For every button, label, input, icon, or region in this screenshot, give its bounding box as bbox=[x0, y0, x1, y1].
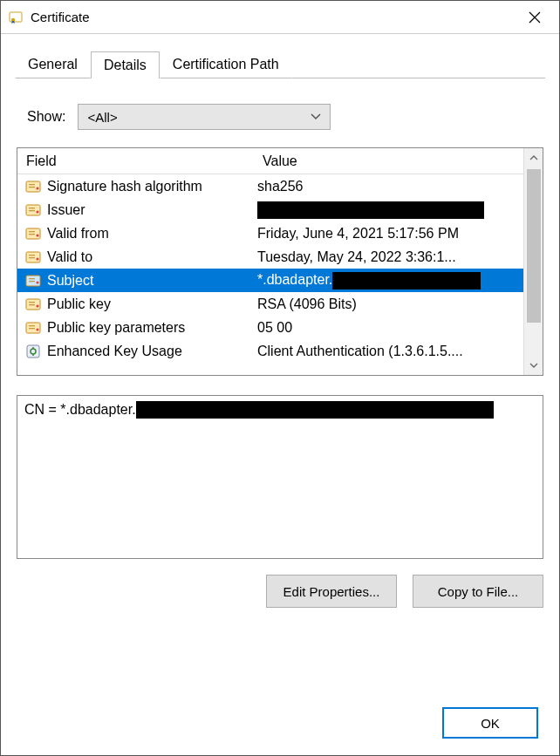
close-icon bbox=[529, 11, 541, 24]
scrollbar-thumb[interactable] bbox=[527, 169, 541, 323]
tab-certification-path[interactable]: Certification Path bbox=[160, 51, 292, 78]
dialog-footer: OK bbox=[1, 699, 559, 755]
certificate-icon bbox=[8, 10, 24, 25]
svg-point-17 bbox=[36, 257, 38, 260]
window-title: Certificate bbox=[31, 10, 517, 24]
show-filter-row: Show: <All> bbox=[27, 104, 533, 130]
titlebar: Certificate bbox=[1, 1, 559, 34]
field-detail-textbox[interactable]: CN = *.dbadapter. bbox=[17, 395, 543, 559]
svg-point-21 bbox=[36, 281, 38, 283]
redacted-block bbox=[332, 272, 481, 289]
row-value: *.dbadapter. bbox=[257, 272, 523, 289]
svg-rect-8 bbox=[29, 210, 35, 211]
svg-rect-7 bbox=[29, 208, 35, 208]
svg-rect-12 bbox=[29, 234, 35, 235]
cert-field-icon bbox=[24, 319, 42, 337]
header-value[interactable]: Value bbox=[257, 153, 523, 169]
svg-rect-16 bbox=[29, 257, 35, 258]
svg-rect-20 bbox=[29, 281, 35, 282]
scroll-down-button[interactable] bbox=[524, 356, 543, 375]
cert-field-icon bbox=[24, 201, 42, 219]
header-field[interactable]: Field bbox=[17, 153, 257, 169]
row-value: Client Authentication (1.3.6.1.5.... bbox=[257, 344, 523, 359]
svg-rect-19 bbox=[29, 278, 35, 279]
tab-details[interactable]: Details bbox=[91, 51, 160, 78]
list-header: Field Value bbox=[17, 148, 523, 174]
row-value: Friday, June 4, 2021 5:17:56 PM bbox=[257, 226, 523, 242]
list-rows: Signature hash algorithmsha256IssuerVali… bbox=[17, 174, 523, 363]
svg-rect-3 bbox=[29, 184, 35, 185]
list-row[interactable]: Public key parameters05 00 bbox=[17, 316, 523, 339]
row-field: Valid to bbox=[47, 249, 257, 265]
redacted-block bbox=[257, 201, 484, 219]
list-row[interactable]: Valid fromFriday, June 4, 2021 5:17:56 P… bbox=[17, 221, 523, 245]
fields-list: Field Value Signature hash algorithmsha2… bbox=[17, 147, 543, 376]
svg-point-13 bbox=[36, 234, 38, 236]
show-label: Show: bbox=[27, 109, 65, 125]
row-value: RSA (4096 Bits) bbox=[257, 296, 523, 312]
row-field: Valid from bbox=[47, 226, 257, 242]
svg-rect-28 bbox=[29, 328, 35, 329]
row-field: Public key bbox=[47, 296, 257, 312]
redacted-block bbox=[136, 401, 494, 419]
fields-list-viewport: Field Value Signature hash algorithmsha2… bbox=[17, 148, 523, 375]
tab-strip: General Details Certification Path bbox=[1, 34, 559, 78]
ok-button[interactable]: OK bbox=[442, 707, 538, 739]
svg-rect-15 bbox=[29, 255, 35, 255]
cert-field-icon bbox=[24, 296, 42, 313]
list-row[interactable]: Issuer bbox=[17, 198, 523, 221]
row-value bbox=[257, 201, 523, 219]
vertical-scrollbar[interactable] bbox=[523, 148, 543, 375]
detail-line: CN = *.dbadapter. bbox=[24, 401, 536, 419]
row-value: 05 00 bbox=[257, 320, 523, 336]
show-dropdown[interactable]: <All> bbox=[78, 104, 331, 130]
tab-content: Show: <All> Field Value Signature hash a… bbox=[1, 78, 559, 699]
svg-point-9 bbox=[36, 210, 38, 213]
row-value: sha256 bbox=[257, 179, 523, 194]
list-row[interactable]: Signature hash algorithmsha256 bbox=[17, 174, 523, 198]
cert-field-icon bbox=[24, 178, 42, 195]
svg-rect-23 bbox=[29, 302, 35, 303]
row-field: Enhanced Key Usage bbox=[47, 344, 257, 359]
list-row[interactable]: Public keyRSA (4096 Bits) bbox=[17, 292, 523, 316]
svg-rect-27 bbox=[29, 325, 35, 326]
svg-rect-24 bbox=[29, 304, 35, 305]
cert-field-icon bbox=[24, 225, 42, 242]
row-field: Signature hash algorithm bbox=[47, 179, 257, 194]
chevron-up-icon bbox=[529, 155, 538, 160]
cert-field-icon bbox=[24, 249, 42, 266]
list-row[interactable]: Subject*.dbadapter. bbox=[17, 269, 523, 292]
list-row[interactable]: Valid toTuesday, May 24, 2022 3:36:1... bbox=[17, 245, 523, 269]
svg-point-25 bbox=[36, 304, 38, 307]
cert-field-icon bbox=[24, 272, 42, 289]
action-buttons: Edit Properties... Copy to File... bbox=[17, 575, 543, 608]
show-selected: <All> bbox=[87, 110, 117, 125]
list-row[interactable]: Enhanced Key UsageClient Authentication … bbox=[17, 339, 523, 363]
scroll-up-button[interactable] bbox=[524, 148, 543, 167]
row-field: Subject bbox=[47, 273, 257, 289]
certificate-dialog: Certificate General Details Certificatio… bbox=[0, 0, 560, 756]
chevron-down-icon bbox=[311, 113, 321, 120]
close-button[interactable] bbox=[517, 4, 552, 31]
chevron-down-icon bbox=[529, 363, 538, 368]
row-field: Issuer bbox=[47, 202, 257, 218]
copy-to-file-button[interactable]: Copy to File... bbox=[413, 575, 543, 608]
svg-rect-4 bbox=[29, 187, 35, 187]
svg-point-5 bbox=[36, 187, 38, 189]
tab-general[interactable]: General bbox=[15, 51, 91, 78]
detail-text: CN = *.dbadapter. bbox=[24, 402, 136, 418]
row-value: Tuesday, May 24, 2022 3:36:1... bbox=[257, 249, 523, 265]
svg-rect-11 bbox=[29, 231, 35, 232]
svg-point-29 bbox=[36, 328, 38, 330]
edit-properties-button[interactable]: Edit Properties... bbox=[266, 575, 397, 608]
row-field: Public key parameters bbox=[47, 320, 257, 336]
extension-icon bbox=[24, 343, 42, 360]
